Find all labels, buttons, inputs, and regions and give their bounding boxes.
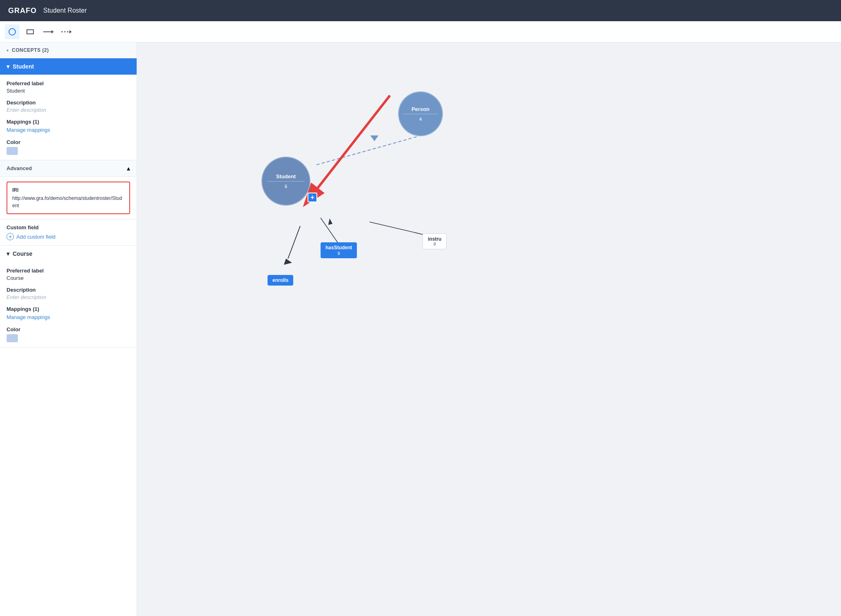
node-person[interactable]: Person 4 bbox=[398, 91, 443, 136]
concepts-chevron-icon: ▾ bbox=[7, 48, 9, 53]
concept-chevron-course: ▾ bbox=[7, 250, 9, 257]
field-group-mappings: Mappings (1) Manage mappings bbox=[7, 119, 130, 133]
add-custom-field-btn[interactable]: + Add custom field bbox=[7, 233, 130, 240]
node-instru[interactable]: instru 0 bbox=[423, 233, 447, 249]
advanced-label: Advanced bbox=[7, 165, 32, 171]
color-swatch[interactable] bbox=[7, 147, 18, 155]
svg-rect-1 bbox=[27, 30, 33, 34]
preferred-label-key-course: Preferred label bbox=[7, 268, 130, 274]
svg-marker-5 bbox=[69, 30, 72, 33]
concept-chevron-student: ▾ bbox=[7, 63, 9, 70]
manage-mappings-link-course[interactable]: Manage mappings bbox=[7, 314, 50, 320]
color-swatch-course[interactable] bbox=[7, 334, 18, 342]
svg-line-7 bbox=[288, 226, 300, 259]
field-group-preferred-label-course: Preferred label Course bbox=[7, 268, 130, 281]
concept-label-student: Student bbox=[13, 63, 34, 70]
node-instru-count: 0 bbox=[428, 242, 441, 246]
svg-point-0 bbox=[9, 29, 15, 35]
relation-has-student-count: 0 bbox=[325, 251, 352, 256]
iri-value: http://www.gra.fo/demo/schema/studentros… bbox=[12, 195, 124, 209]
description-key-course: Description bbox=[7, 287, 130, 293]
iri-box[interactable]: IRI http://www.gra.fo/demo/schema/studen… bbox=[7, 182, 130, 214]
concept-item-student: ▾ Student Preferred label Student Descri… bbox=[0, 58, 137, 246]
preferred-label-key: Preferred label bbox=[7, 80, 130, 86]
field-group-description: Description Enter description bbox=[7, 100, 130, 113]
advanced-chevron-icon: ▴ bbox=[127, 164, 130, 172]
annotation-svg bbox=[137, 42, 841, 616]
svg-marker-3 bbox=[51, 30, 54, 33]
svg-line-9 bbox=[321, 218, 339, 244]
tool-dashed-arrow[interactable] bbox=[59, 24, 73, 39]
field-group-mappings-course: Mappings (1) Manage mappings bbox=[7, 306, 130, 321]
color-key-course: Color bbox=[7, 326, 130, 332]
node-person-label: Person bbox=[412, 106, 429, 112]
relation-has-student-label: hasStudent bbox=[325, 245, 352, 250]
concept-item-course: ▾ Course Preferred label Course Descript… bbox=[0, 246, 137, 348]
field-group-color-course: Color bbox=[7, 326, 130, 342]
field-group-color: Color bbox=[7, 139, 130, 155]
description-key: Description bbox=[7, 100, 130, 106]
concept-body-course: Preferred label Course Description Enter… bbox=[0, 268, 137, 347]
concept-header-student[interactable]: ▾ Student bbox=[0, 58, 137, 75]
description-placeholder[interactable]: Enter description bbox=[7, 107, 130, 113]
node-student-count: 5 bbox=[285, 184, 287, 189]
mappings-key-course: Mappings (1) bbox=[7, 306, 130, 312]
node-student[interactable]: Student 5 bbox=[261, 157, 310, 206]
custom-field-label: Custom field bbox=[7, 224, 130, 230]
preferred-label-value[interactable]: Student bbox=[7, 88, 130, 94]
svg-marker-12 bbox=[328, 218, 333, 225]
concepts-label: CONCEPTS (2) bbox=[12, 47, 49, 53]
page-title: Student Roster bbox=[43, 7, 87, 14]
tool-arrow[interactable] bbox=[41, 24, 55, 39]
mappings-key: Mappings (1) bbox=[7, 119, 130, 125]
color-key: Color bbox=[7, 139, 130, 145]
iri-label: IRI bbox=[12, 186, 124, 194]
tool-rect[interactable] bbox=[23, 24, 38, 39]
svg-marker-8 bbox=[284, 259, 292, 265]
relation-has-student[interactable]: hasStudent 0 bbox=[321, 242, 357, 258]
relation-enrolls-label: enrolls bbox=[272, 277, 288, 283]
toolbar bbox=[0, 21, 841, 42]
custom-field-section: Custom field + Add custom field bbox=[0, 219, 137, 245]
tool-circle[interactable] bbox=[5, 24, 20, 39]
field-group-preferred-label: Preferred label Student bbox=[7, 80, 130, 94]
canvas-svg bbox=[137, 42, 841, 616]
node-person-count: 4 bbox=[419, 117, 422, 122]
node-student-label: Student bbox=[276, 173, 296, 179]
sidebar: ▾ CONCEPTS (2) ▾ Student Preferred label… bbox=[0, 42, 137, 616]
app-header: GRAFO Student Roster bbox=[0, 0, 841, 21]
svg-line-6 bbox=[316, 136, 418, 165]
node-instru-label: instru bbox=[428, 236, 441, 242]
field-group-description-course: Description Enter description bbox=[7, 287, 130, 300]
advanced-header[interactable]: Advanced ▴ bbox=[0, 160, 137, 177]
main-layout: ▾ CONCEPTS (2) ▾ Student Preferred label… bbox=[0, 42, 841, 616]
student-add-button[interactable]: + bbox=[308, 193, 317, 202]
preferred-label-value-course[interactable]: Course bbox=[7, 275, 130, 281]
concept-header-course[interactable]: ▾ Course bbox=[0, 246, 137, 262]
concept-label-course: Course bbox=[13, 250, 32, 257]
graph-canvas[interactable]: Person 4 Student 5 + hasStudent 0 instru… bbox=[137, 42, 841, 616]
relation-enrolls[interactable]: enrolls bbox=[268, 275, 293, 286]
add-custom-field-text: Add custom field bbox=[16, 234, 55, 240]
concepts-header[interactable]: ▾ CONCEPTS (2) bbox=[0, 42, 137, 58]
logo: GRAFO bbox=[8, 7, 37, 15]
svg-line-14 bbox=[310, 95, 390, 197]
concept-body-student: Preferred label Student Description Ente… bbox=[0, 80, 137, 160]
description-placeholder-course[interactable]: Enter description bbox=[7, 294, 130, 300]
manage-mappings-link[interactable]: Manage mappings bbox=[7, 127, 50, 133]
add-custom-field-icon: + bbox=[7, 233, 14, 240]
